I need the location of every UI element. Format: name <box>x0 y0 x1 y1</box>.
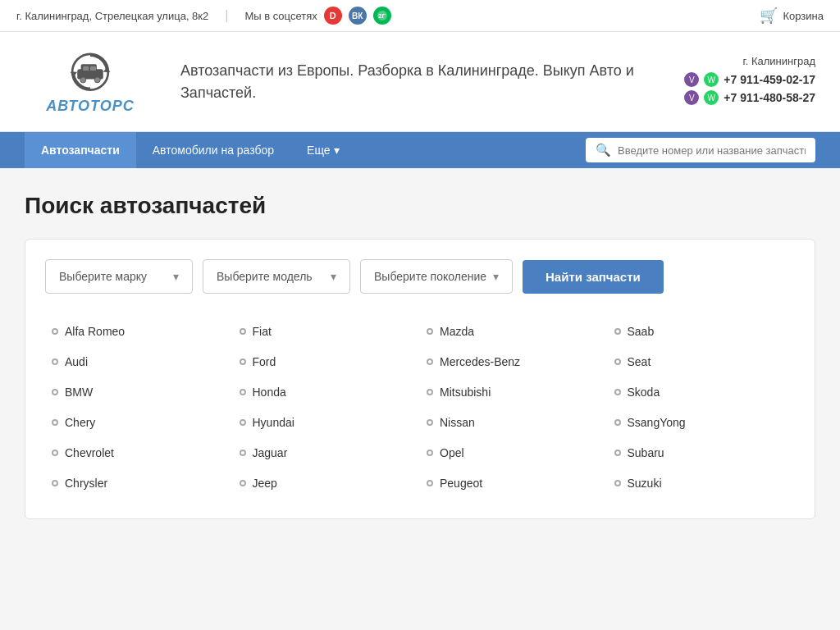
make-chevron-icon: ▾ <box>173 270 179 283</box>
make-item[interactable]: Seat <box>608 347 796 377</box>
make-item[interactable]: Mazda <box>420 317 608 347</box>
model-select-label: Выберите модель <box>217 270 313 283</box>
make-item[interactable]: Fiat <box>233 317 421 347</box>
make-bullet-icon <box>52 358 58 365</box>
make-bullet-icon <box>52 328 58 335</box>
make-bullet-icon <box>614 480 621 486</box>
svg-marker-3 <box>103 67 111 71</box>
logo-car-svg <box>62 51 119 96</box>
make-label: Hyundai <box>253 416 294 429</box>
make-item[interactable]: Mitsubishi <box>420 377 608 408</box>
make-item[interactable]: Peugeot <box>420 468 608 499</box>
nav-item-cars[interactable]: Автомобили на разбор <box>136 132 290 168</box>
make-item[interactable]: Jeep <box>233 468 421 499</box>
header-tagline: Автозапчасти из Европы. Разборка в Калин… <box>180 60 660 104</box>
nav-more-label: Еще <box>307 144 331 157</box>
svg-point-8 <box>94 76 100 82</box>
main-content: Поиск автозапчастей Выберите марку ▾ Выб… <box>0 168 840 544</box>
gen-select[interactable]: Выберите поколение ▾ <box>360 259 513 294</box>
phone-2[interactable]: +7 911-480-58-27 <box>724 91 815 104</box>
phone-row-1: V W +7 911-459-02-17 <box>684 72 815 87</box>
make-label: Seat <box>628 355 651 368</box>
make-item[interactable]: SsangYong <box>608 408 796 438</box>
drom-icon[interactable]: D <box>324 7 342 25</box>
nav-item-more[interactable]: Еще ▾ <box>290 132 356 168</box>
make-item[interactable]: Hyundai <box>233 408 421 438</box>
make-item[interactable]: Saab <box>608 317 796 347</box>
svg-point-7 <box>80 76 86 82</box>
make-label: Suzuki <box>628 477 662 490</box>
cart-button[interactable]: 🛒 Корзина <box>760 7 824 25</box>
nav-search-box[interactable]: 🔍 <box>586 138 815 162</box>
make-label: Ford <box>253 355 276 368</box>
make-label: Mitsubishi <box>440 386 491 399</box>
main-nav: Автозапчасти Автомобили на разбор Еще ▾ … <box>0 132 840 168</box>
make-item[interactable]: Jaguar <box>233 438 421 468</box>
2gis-icon[interactable]: 2Г <box>373 7 391 25</box>
make-item[interactable]: Ford <box>233 347 421 377</box>
page-title: Поиск автозапчастей <box>25 193 815 219</box>
make-bullet-icon <box>427 389 433 395</box>
make-label: Audi <box>65 355 88 368</box>
makes-col-3: MazdaMercedes-BenzMitsubishiNissanOpelPe… <box>420 317 608 499</box>
make-item[interactable]: Chrysler <box>45 468 233 499</box>
make-select-label: Выберите марку <box>59 270 147 283</box>
header-contacts: г. Калининград V W +7 911-459-02-17 V W … <box>684 55 815 108</box>
make-bullet-icon <box>427 328 433 335</box>
make-bullet-icon <box>614 389 621 395</box>
make-item[interactable]: Suzuki <box>608 468 796 499</box>
make-item[interactable]: Audi <box>45 347 233 377</box>
make-select[interactable]: Выберите марку ▾ <box>45 259 193 294</box>
nav-item-parts[interactable]: Автозапчасти <box>25 132 136 168</box>
make-item[interactable]: Mercedes-Benz <box>420 347 608 377</box>
make-bullet-icon <box>52 450 58 456</box>
make-label: Skoda <box>628 386 660 399</box>
whatsapp-icon-1: W <box>704 72 719 87</box>
make-item[interactable]: Nissan <box>420 408 608 438</box>
make-item[interactable]: Subaru <box>608 438 796 468</box>
make-label: Mercedes-Benz <box>440 355 520 368</box>
search-icon: 🔍 <box>596 143 611 158</box>
gen-select-label: Выберите поколение <box>374 270 486 283</box>
phone-1[interactable]: +7 911-459-02-17 <box>724 73 815 86</box>
make-bullet-icon <box>614 419 621 426</box>
vk-icon[interactable]: ВК <box>349 7 367 25</box>
cart-label: Корзина <box>783 10 824 22</box>
social-label: Мы в соцсетях <box>244 10 317 22</box>
make-bullet-icon <box>427 450 433 456</box>
whatsapp-icon-2: W <box>704 90 719 105</box>
make-bullet-icon <box>427 358 433 365</box>
make-label: Subaru <box>628 446 664 459</box>
svg-rect-9 <box>83 66 89 70</box>
make-bullet-icon <box>614 450 621 456</box>
make-item[interactable]: Chery <box>45 408 233 438</box>
search-panel: Выберите марку ▾ Выберите модель ▾ Выбер… <box>25 239 815 519</box>
makes-col-1: Alfa RomeoAudiBMWCheryChevroletChrysler <box>45 317 233 499</box>
cart-icon: 🛒 <box>760 7 778 25</box>
top-bar: г. Калининград, Стрелецкая улица, 8к2 | … <box>0 0 840 32</box>
make-item[interactable]: Honda <box>233 377 421 408</box>
make-item[interactable]: Chevrolet <box>45 438 233 468</box>
make-bullet-icon <box>52 389 58 395</box>
search-button[interactable]: Найти запчасти <box>523 260 664 294</box>
make-item[interactable]: Opel <box>420 438 608 468</box>
make-label: BMW <box>65 386 93 399</box>
header-city: г. Калининград <box>684 55 815 67</box>
model-select[interactable]: Выберите модель ▾ <box>203 259 350 294</box>
make-bullet-icon <box>240 419 246 426</box>
make-label: Honda <box>253 386 286 399</box>
search-input[interactable] <box>618 144 806 157</box>
make-item[interactable]: Alfa Romeo <box>45 317 233 347</box>
header: АВТОТОРС Автозапчасти из Европы. Разборк… <box>0 32 840 132</box>
make-label: Alfa Romeo <box>65 325 125 338</box>
phone-row-2: V W +7 911-480-58-27 <box>684 90 815 105</box>
make-label: Chrysler <box>65 477 107 490</box>
make-bullet-icon <box>614 358 621 365</box>
make-bullet-icon <box>427 480 433 486</box>
make-bullet-icon <box>240 358 246 365</box>
svg-marker-4 <box>71 71 78 75</box>
address-text: г. Калининград, Стрелецкая улица, 8к2 <box>16 10 208 22</box>
make-item[interactable]: Skoda <box>608 377 796 408</box>
make-label: SsangYong <box>628 416 686 429</box>
make-item[interactable]: BMW <box>45 377 233 408</box>
